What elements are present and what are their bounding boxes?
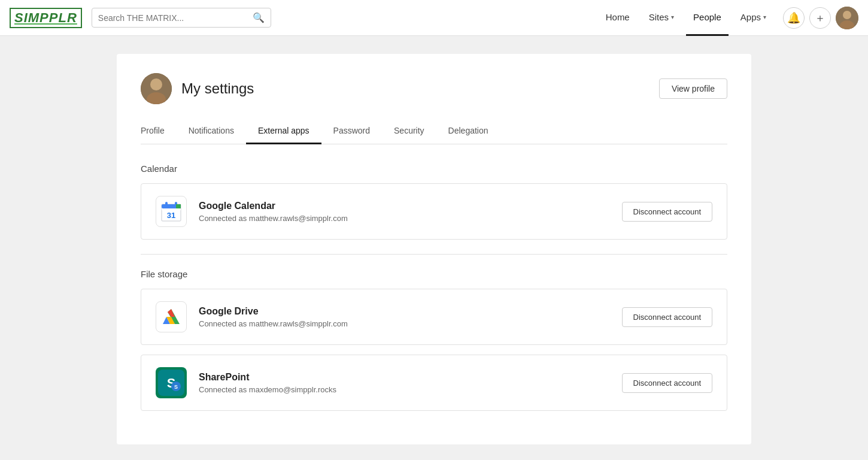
tab-delegation[interactable]: Delegation <box>436 119 500 144</box>
section-divider <box>141 254 727 255</box>
tab-profile[interactable]: Profile <box>141 119 177 144</box>
settings-title-row: My settings <box>141 73 254 104</box>
file-storage-section-label: File storage <box>141 269 727 279</box>
svg-rect-14 <box>176 204 181 208</box>
tab-notifications[interactable]: Notifications <box>177 119 246 144</box>
file-storage-section: File storage <box>141 269 727 411</box>
tab-security[interactable]: Security <box>382 119 436 144</box>
tab-external-apps[interactable]: External apps <box>246 119 321 144</box>
google-calendar-connected: Connected as matthew.rawls@simpplr.com <box>199 214 622 223</box>
nav-actions: 🔔 ＋ <box>783 7 858 29</box>
google-drive-card: Google Drive Connected as matthew.rawls@… <box>141 289 727 345</box>
search-input[interactable] <box>98 13 253 23</box>
chevron-down-icon: ▾ <box>671 14 674 20</box>
sharepoint-name: SharePoint <box>199 372 622 383</box>
nav-home[interactable]: Home <box>599 0 637 36</box>
chevron-down-icon: ▾ <box>763 14 766 20</box>
add-button[interactable]: ＋ <box>809 7 831 29</box>
navbar: SIMPPLR 🔍 Home Sites ▾ People Apps ▾ 🔔 ＋ <box>0 0 868 36</box>
notifications-button[interactable]: 🔔 <box>783 7 805 29</box>
google-calendar-card: 31 Google Calendar Connected as matthew.… <box>141 183 727 240</box>
svg-point-4 <box>150 78 162 90</box>
search-icon: 🔍 <box>253 12 265 23</box>
tabs: Profile Notifications External apps Pass… <box>141 119 727 144</box>
search-bar: 🔍 <box>92 8 271 28</box>
calendar-section-label: Calendar <box>141 164 727 174</box>
svg-text:S: S <box>174 384 178 390</box>
user-avatar-nav[interactable] <box>836 7 858 29</box>
avatar-image <box>836 7 858 29</box>
sharepoint-info: SharePoint Connected as maxdemo@simpplr.… <box>199 372 622 394</box>
page-title: My settings <box>181 80 254 97</box>
tab-password[interactable]: Password <box>321 119 382 144</box>
svg-rect-12 <box>165 202 168 207</box>
google-drive-connected: Connected as matthew.rawls@simpplr.com <box>199 319 622 328</box>
nav-links: Home Sites ▾ People Apps ▾ <box>599 0 773 36</box>
google-drive-icon <box>156 301 187 332</box>
google-calendar-icon: 31 <box>156 196 187 227</box>
svg-text:31: 31 <box>167 211 175 220</box>
google-drive-disconnect-button[interactable]: Disconnect account <box>622 307 712 327</box>
sharepoint-connected: Connected as maxdemo@simpplr.rocks <box>199 385 622 394</box>
user-avatar <box>141 73 172 104</box>
nav-people[interactable]: People <box>686 0 729 36</box>
view-profile-button[interactable]: View profile <box>659 78 727 99</box>
nav-apps[interactable]: Apps ▾ <box>733 0 773 36</box>
google-calendar-name: Google Calendar <box>199 201 622 211</box>
sharepoint-card: S S SharePoint Connected as maxdemo@simp… <box>141 355 727 411</box>
svg-point-1 <box>843 11 851 19</box>
google-calendar-disconnect-button[interactable]: Disconnect account <box>622 202 712 222</box>
calendar-section: Calendar 31 <box>141 164 727 240</box>
nav-sites[interactable]: Sites ▾ <box>642 0 681 36</box>
google-calendar-info: Google Calendar Connected as matthew.raw… <box>199 201 622 223</box>
sharepoint-icon: S S <box>156 367 187 398</box>
sharepoint-disconnect-button[interactable]: Disconnect account <box>622 373 712 393</box>
google-drive-name: Google Drive <box>199 306 622 317</box>
settings-header: My settings View profile <box>141 73 727 104</box>
logo[interactable]: SIMPPLR <box>10 8 82 28</box>
google-drive-info: Google Drive Connected as matthew.rawls@… <box>199 306 622 328</box>
settings-panel: My settings View profile Profile Notific… <box>117 54 751 444</box>
main-content: My settings View profile Profile Notific… <box>0 36 868 460</box>
